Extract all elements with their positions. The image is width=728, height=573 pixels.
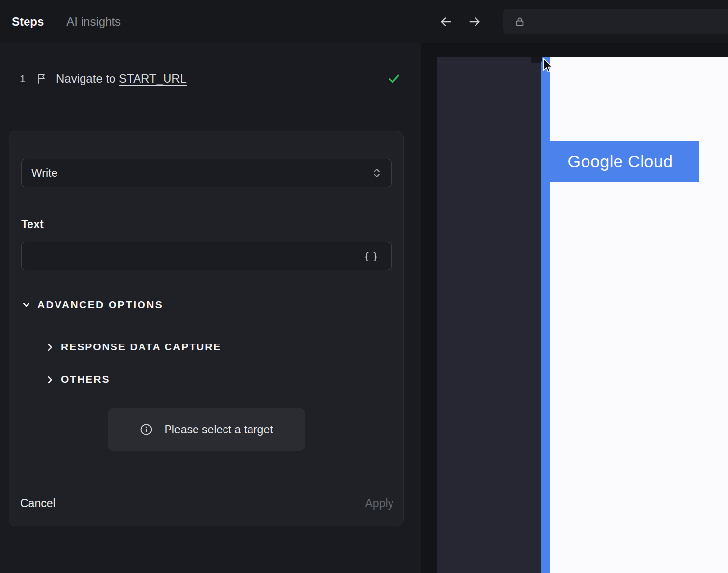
cursor-icon <box>540 57 555 77</box>
advanced-options-label: ADVANCED OPTIONS <box>37 299 163 311</box>
google-cloud-header[interactable]: Google Cloud <box>541 141 699 182</box>
browser-topbar <box>421 0 728 43</box>
flag-icon <box>36 73 48 85</box>
lock-icon <box>514 16 526 28</box>
braces-icon: { } <box>365 250 378 262</box>
advanced-options-toggle[interactable]: ADVANCED OPTIONS <box>21 299 392 311</box>
start-url-link[interactable]: START_URL <box>119 72 187 85</box>
response-data-capture-toggle[interactable]: RESPONSE DATA CAPTURE <box>45 341 392 353</box>
step-label: Navigate to START_URL <box>56 72 187 86</box>
forward-arrow-icon[interactable] <box>468 15 481 29</box>
select-target-notice: Please select a target <box>108 408 305 451</box>
text-field-label: Text <box>21 218 392 231</box>
browser-panel: Google Cloud <box>421 0 728 573</box>
check-icon <box>387 71 401 86</box>
apply-button[interactable]: Apply <box>365 497 393 510</box>
text-input[interactable] <box>22 242 352 270</box>
app-root: Steps AI insights 1 Navigate to START_UR… <box>0 0 728 573</box>
panel-header: Steps AI insights <box>0 0 421 43</box>
steps-panel: Steps AI insights 1 Navigate to START_UR… <box>0 0 421 573</box>
step-number: 1 <box>20 73 36 85</box>
response-data-capture-label: RESPONSE DATA CAPTURE <box>61 341 221 353</box>
url-bar[interactable] <box>503 9 728 34</box>
page-sidebar <box>437 57 541 573</box>
editor-footer: Cancel Apply <box>9 477 403 526</box>
tab-ai-insights[interactable]: AI insights <box>66 15 121 29</box>
others-label: OTHERS <box>61 373 110 385</box>
text-input-group: { } <box>21 242 392 270</box>
element-highlight-stripe[interactable] <box>541 57 550 573</box>
step-row[interactable]: 1 Navigate to START_URL <box>20 71 401 86</box>
chevron-down-icon <box>21 300 31 310</box>
chevron-right-icon <box>45 374 55 385</box>
step-editor-body: Write Text { } <box>9 159 403 451</box>
insert-variable-button[interactable]: { } <box>352 242 391 270</box>
chevron-right-icon <box>45 342 55 352</box>
tab-steps[interactable]: Steps <box>12 15 44 29</box>
action-type-select[interactable]: Write <box>21 159 392 187</box>
select-target-notice-text: Please select a target <box>164 423 273 436</box>
browser-preview-area: Google Cloud <box>421 43 728 573</box>
others-toggle[interactable]: OTHERS <box>45 373 392 385</box>
info-icon <box>140 423 153 436</box>
step-editor-card: Write Text { } <box>9 131 404 526</box>
page-viewport[interactable]: Google Cloud <box>437 57 728 573</box>
back-arrow-icon[interactable] <box>439 15 453 29</box>
chevron-up-down-icon <box>372 167 381 179</box>
action-type-value: Write <box>31 167 57 180</box>
cancel-button[interactable]: Cancel <box>20 497 56 510</box>
